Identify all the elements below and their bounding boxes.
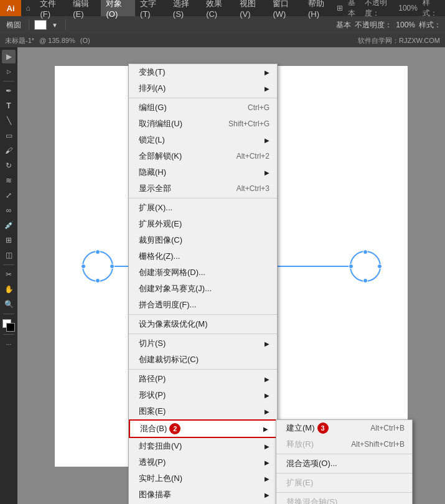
menu-item-lock[interactable]: 锁定(L) ▶ <box>129 132 277 148</box>
canvas-area: 变换(T) ▶ 排列(A) ▶ 编组(G) Ctrl+G 取消编组(U) Shi… <box>17 47 445 504</box>
badge-2: 2 <box>169 423 180 434</box>
stroke-toggle[interactable]: ▼ <box>49 19 60 30</box>
style-label: 样式： <box>423 0 440 19</box>
menu-item-ungroup[interactable]: 取消编组(U) Shift+Ctrl+G <box>129 116 277 132</box>
menu-file[interactable]: 文件(F) <box>35 0 68 16</box>
menu-item-live-paint[interactable]: 实时上色(N) ▶ <box>129 470 277 487</box>
tool-warp[interactable]: ≋ <box>2 174 16 187</box>
submenu-options[interactable]: 混合选项(O)... <box>276 455 412 472</box>
object-menu: 变换(T) ▶ 排列(A) ▶ 编组(G) Ctrl+G 取消编组(U) Shi… <box>128 63 278 504</box>
menu-effect[interactable]: 效果(C) <box>201 0 235 16</box>
options-label: 混合选项(O)... <box>286 458 337 469</box>
status-bar: 未标题-1* @ 135.89% (O) 软件自学网：RJZXW.COM <box>0 34 445 47</box>
sep-4 <box>129 334 277 334</box>
menu-select[interactable]: 选择(S) <box>168 0 201 16</box>
menu-item-perspective[interactable]: 透视(P) ▶ <box>129 454 277 470</box>
menu-item-path[interactable]: 路径(P) ▶ <box>129 371 277 387</box>
tool-scissors[interactable]: ✂ <box>2 268 16 281</box>
tool-line[interactable]: ╲ <box>2 114 16 128</box>
menu-item-object-mosaic[interactable]: 创建对象马赛克(J)... <box>129 281 277 297</box>
zoom-level: @ 135.89% <box>39 37 75 44</box>
doc-title: 未标题-1* <box>5 36 34 45</box>
menu-item-flatten[interactable]: 拼合透明度(F)... <box>129 297 277 313</box>
tool-rect[interactable]: ▭ <box>2 129 16 142</box>
tool-more[interactable]: ··· <box>2 337 16 351</box>
stroke-indicator <box>6 323 15 332</box>
sep-2 <box>129 198 277 198</box>
menu-item-crop-image[interactable]: 裁剪图像(C) <box>129 232 277 248</box>
menu-bar-right: ⊞ 基本 不透明度： 100% 样式： <box>337 0 445 19</box>
make-label: 建立(M) <box>286 422 315 434</box>
opacity-label: 不透明度： <box>365 0 394 19</box>
tool-direct-select[interactable]: ▷ <box>2 65 16 78</box>
tool-blend[interactable]: ∞ <box>2 203 16 217</box>
menu-item-show-all[interactable]: 显示全部 Alt+Ctrl+3 <box>129 180 277 197</box>
menu-item-gradient-mesh[interactable]: 创建渐变网格(D)... <box>129 264 277 281</box>
menu-bar: Ai ⌂ 文件(F) 编辑(E) 对象(O) 文字(T) 选择(S) 效果(C)… <box>0 0 445 16</box>
tool-gradient[interactable]: ◫ <box>2 248 16 262</box>
toolbar-basic: 基本 <box>336 20 351 30</box>
layout-icon[interactable]: ⊞ <box>337 4 343 12</box>
menu-window[interactable]: 窗口(W) <box>268 0 302 16</box>
menu-item-envelope[interactable]: 封套扭曲(V) ▶ <box>129 438 277 454</box>
menu-item-blend[interactable]: 混合(B) 2 ▶ 建立(M) 3 Alt+Ctrl+B <box>129 419 277 438</box>
opacity-value[interactable]: 100% <box>398 4 418 12</box>
tool-paint[interactable]: 🖌 <box>2 144 16 157</box>
shape-label: 椭圆 <box>4 20 24 30</box>
menu-help[interactable]: 帮助(H) <box>303 0 337 16</box>
menu-item-image-trace[interactable]: 图像描摹 ▶ <box>129 487 277 503</box>
menu-item-group[interactable]: 编组(G) Ctrl+G <box>129 100 277 116</box>
menu-item-arrange[interactable]: 排列(A) ▶ <box>129 80 277 96</box>
menu-item-expand-appearance[interactable]: 扩展外观(E) <box>129 216 277 232</box>
badge-3: 3 <box>317 422 329 434</box>
menu-item-pattern[interactable]: 图案(E) ▶ <box>129 403 277 419</box>
make-shortcut: Alt+Ctrl+B <box>370 424 405 432</box>
menu-item-rasterize[interactable]: 栅格化(Z)... <box>129 248 277 264</box>
menu-item-transform[interactable]: 变换(T) ▶ <box>129 64 277 80</box>
make-label-wrapper: 建立(M) 3 <box>286 422 329 434</box>
tool-pen[interactable]: ✒ <box>2 84 16 98</box>
menu-item-shape[interactable]: 形状(P) ▶ <box>129 387 277 403</box>
menu-item-expand[interactable]: 扩展(X)... <box>129 200 277 216</box>
replace-spine-label: 替换混合轴(S) <box>286 497 337 504</box>
basic-label: 基本 <box>348 0 360 19</box>
tool-select[interactable]: ▶ <box>2 50 16 63</box>
menu-item-create-slice-marks[interactable]: 创建裁切标记(C) <box>129 352 277 368</box>
menu-item-pixel-perfect[interactable]: 设为像素级优化(M) <box>129 316 277 332</box>
home-button[interactable]: ⌂ <box>21 0 35 16</box>
fill-color[interactable] <box>34 20 47 30</box>
toolbar-row: 椭圆 ▼ 基本 不透明度： 100% 样式： <box>0 16 445 34</box>
menu-item-hide[interactable]: 隐藏(H) ▶ <box>129 164 277 180</box>
tool-zoom[interactable]: 🔍 <box>2 297 16 311</box>
submenu-replace-spine[interactable]: 替换混合轴(S) <box>276 494 412 504</box>
menu-edit[interactable]: 编辑(E) <box>68 0 101 16</box>
color-indicator[interactable] <box>2 319 15 332</box>
tool-type[interactable]: T <box>2 99 16 113</box>
color-mode: (O) <box>80 37 90 44</box>
tool-scale[interactable]: ⤢ <box>2 189 16 202</box>
release-label: 释放(R) <box>286 439 314 450</box>
menu-item-slice[interactable]: 切片(S) ▶ <box>129 335 277 352</box>
blend-submenu: 建立(M) 3 Alt+Ctrl+B 释放(R) Alt+Shift+Ctrl+… <box>276 419 413 504</box>
sep-1 <box>129 98 277 98</box>
tool-mesh[interactable]: ⊞ <box>2 233 16 247</box>
menu-view[interactable]: 视图(V) <box>235 0 268 16</box>
sub-sep-1 <box>276 454 412 454</box>
menu-object[interactable]: 对象(O) <box>101 0 135 16</box>
tool-eyedrop[interactable]: 💉 <box>2 218 16 232</box>
app-logo: Ai <box>0 0 21 16</box>
left-toolbar: ▶ ▷ ✒ T ╲ ▭ 🖌 ↻ ≋ ⤢ ∞ 💉 ⊞ ◫ ✂ ✋ 🔍 ··· <box>0 47 17 504</box>
toolbar-sep-1 <box>29 19 29 30</box>
submenu-release[interactable]: 释放(R) Alt+Shift+Ctrl+B <box>276 436 412 452</box>
blend-label: 混合(B) <box>140 423 167 434</box>
submenu-expand[interactable]: 扩展(E) <box>276 475 412 491</box>
sub-sep-3 <box>276 492 412 493</box>
tool-sep-4 <box>3 334 14 335</box>
toolbar-opacity-value[interactable]: 100% <box>396 21 415 29</box>
tool-hand[interactable]: ✋ <box>2 282 16 296</box>
blend-label-wrapper: 混合(B) 2 <box>140 423 261 434</box>
submenu-make[interactable]: 建立(M) 3 Alt+Ctrl+B <box>276 420 412 436</box>
menu-item-unlock-all[interactable]: 全部解锁(K) Alt+Ctrl+2 <box>129 148 277 164</box>
tool-rotate[interactable]: ↻ <box>2 159 16 172</box>
menu-type[interactable]: 文字(T) <box>135 0 168 16</box>
